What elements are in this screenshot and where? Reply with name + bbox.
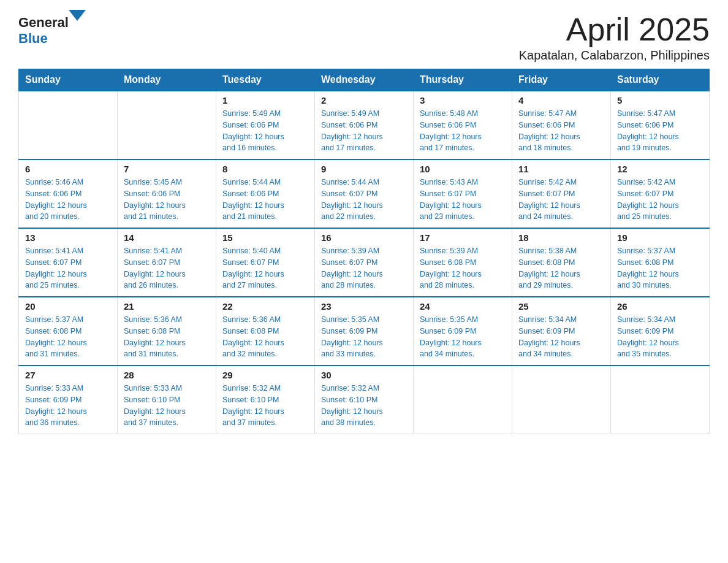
calendar-cell: 18Sunrise: 5:38 AM Sunset: 6:08 PM Dayli… [512, 228, 611, 297]
day-info: Sunrise: 5:36 AM Sunset: 6:08 PM Dayligh… [124, 314, 210, 360]
day-header-saturday: Saturday [611, 69, 710, 91]
calendar-cell [611, 366, 710, 434]
week-row-4: 20Sunrise: 5:37 AM Sunset: 6:08 PM Dayli… [19, 297, 710, 366]
day-number: 1 [222, 95, 308, 105]
day-info: Sunrise: 5:49 AM Sunset: 6:06 PM Dayligh… [321, 108, 407, 154]
day-info: Sunrise: 5:42 AM Sunset: 6:07 PM Dayligh… [518, 177, 604, 223]
day-number: 18 [518, 232, 604, 243]
calendar-cell: 27Sunrise: 5:33 AM Sunset: 6:09 PM Dayli… [19, 366, 118, 434]
day-header-monday: Monday [118, 69, 216, 91]
calendar-cell: 5Sunrise: 5:47 AM Sunset: 6:06 PM Daylig… [611, 91, 710, 159]
day-number: 24 [420, 301, 506, 312]
calendar-cell: 10Sunrise: 5:43 AM Sunset: 6:07 PM Dayli… [414, 159, 512, 228]
day-info: Sunrise: 5:47 AM Sunset: 6:06 PM Dayligh… [518, 108, 604, 154]
calendar-cell: 21Sunrise: 5:36 AM Sunset: 6:08 PM Dayli… [118, 297, 216, 366]
day-info: Sunrise: 5:33 AM Sunset: 6:10 PM Dayligh… [124, 383, 210, 429]
day-info: Sunrise: 5:48 AM Sunset: 6:06 PM Dayligh… [420, 108, 506, 154]
day-number: 4 [518, 95, 604, 105]
day-number: 9 [321, 164, 407, 174]
day-number: 23 [321, 301, 407, 312]
day-number: 26 [617, 301, 703, 312]
day-number: 13 [25, 232, 111, 243]
day-info: Sunrise: 5:40 AM Sunset: 6:07 PM Dayligh… [222, 245, 308, 291]
day-info: Sunrise: 5:39 AM Sunset: 6:07 PM Dayligh… [321, 245, 407, 291]
day-info: Sunrise: 5:47 AM Sunset: 6:06 PM Dayligh… [617, 108, 703, 154]
calendar-cell [512, 366, 611, 434]
calendar-cell: 17Sunrise: 5:39 AM Sunset: 6:08 PM Dayli… [414, 228, 512, 297]
title-block: April 2025 Kapatalan, Calabarzon, Philip… [519, 12, 710, 63]
calendar-cell: 22Sunrise: 5:36 AM Sunset: 6:08 PM Dayli… [216, 297, 315, 366]
calendar-cell: 3Sunrise: 5:48 AM Sunset: 6:06 PM Daylig… [414, 91, 512, 159]
day-info: Sunrise: 5:34 AM Sunset: 6:09 PM Dayligh… [617, 314, 703, 360]
day-header-sunday: Sunday [19, 69, 118, 91]
day-number: 3 [420, 95, 506, 105]
day-number: 11 [518, 164, 604, 174]
day-number: 7 [124, 164, 210, 174]
day-number: 21 [124, 301, 210, 312]
calendar-cell: 1Sunrise: 5:49 AM Sunset: 6:06 PM Daylig… [216, 91, 315, 159]
logo-blue: Blue [18, 31, 48, 46]
week-row-3: 13Sunrise: 5:41 AM Sunset: 6:07 PM Dayli… [19, 228, 710, 297]
calendar-cell: 8Sunrise: 5:44 AM Sunset: 6:06 PM Daylig… [216, 159, 315, 228]
day-info: Sunrise: 5:37 AM Sunset: 6:08 PM Dayligh… [25, 314, 111, 360]
day-info: Sunrise: 5:37 AM Sunset: 6:08 PM Dayligh… [617, 245, 703, 291]
day-info: Sunrise: 5:49 AM Sunset: 6:06 PM Dayligh… [222, 108, 308, 154]
day-header-tuesday: Tuesday [216, 69, 315, 91]
day-info: Sunrise: 5:34 AM Sunset: 6:09 PM Dayligh… [518, 314, 604, 360]
day-number: 17 [420, 232, 506, 243]
calendar-cell: 13Sunrise: 5:41 AM Sunset: 6:07 PM Dayli… [19, 228, 118, 297]
calendar-cell: 11Sunrise: 5:42 AM Sunset: 6:07 PM Dayli… [512, 159, 611, 228]
location-subtitle: Kapatalan, Calabarzon, Philippines [519, 48, 710, 63]
day-number: 27 [25, 370, 111, 380]
logo-text: General Blue [18, 12, 86, 47]
day-number: 20 [25, 301, 111, 312]
day-info: Sunrise: 5:33 AM Sunset: 6:09 PM Dayligh… [25, 383, 111, 429]
day-number: 14 [124, 232, 210, 243]
day-number: 16 [321, 232, 407, 243]
day-info: Sunrise: 5:32 AM Sunset: 6:10 PM Dayligh… [321, 383, 407, 429]
calendar-cell: 14Sunrise: 5:41 AM Sunset: 6:07 PM Dayli… [118, 228, 216, 297]
day-info: Sunrise: 5:45 AM Sunset: 6:06 PM Dayligh… [124, 177, 210, 223]
day-number: 22 [222, 301, 308, 312]
header-row: SundayMondayTuesdayWednesdayThursdayFrid… [19, 69, 710, 91]
calendar-cell: 20Sunrise: 5:37 AM Sunset: 6:08 PM Dayli… [19, 297, 118, 366]
day-number: 19 [617, 232, 703, 243]
calendar-cell: 6Sunrise: 5:46 AM Sunset: 6:06 PM Daylig… [19, 159, 118, 228]
logo-general: General [18, 15, 69, 30]
calendar-cell: 16Sunrise: 5:39 AM Sunset: 6:07 PM Dayli… [315, 228, 414, 297]
calendar-cell: 7Sunrise: 5:45 AM Sunset: 6:06 PM Daylig… [118, 159, 216, 228]
calendar-cell: 19Sunrise: 5:37 AM Sunset: 6:08 PM Dayli… [611, 228, 710, 297]
calendar-cell: 24Sunrise: 5:35 AM Sunset: 6:09 PM Dayli… [414, 297, 512, 366]
day-header-friday: Friday [512, 69, 611, 91]
calendar-cell: 4Sunrise: 5:47 AM Sunset: 6:06 PM Daylig… [512, 91, 611, 159]
calendar-cell: 15Sunrise: 5:40 AM Sunset: 6:07 PM Dayli… [216, 228, 315, 297]
calendar-cell [19, 91, 118, 159]
week-row-1: 1Sunrise: 5:49 AM Sunset: 6:06 PM Daylig… [19, 91, 710, 159]
calendar-cell [414, 366, 512, 434]
day-info: Sunrise: 5:43 AM Sunset: 6:07 PM Dayligh… [420, 177, 506, 223]
day-info: Sunrise: 5:41 AM Sunset: 6:07 PM Dayligh… [25, 245, 111, 291]
svg-marker-0 [69, 10, 86, 21]
day-number: 6 [25, 164, 111, 174]
day-header-thursday: Thursday [414, 69, 512, 91]
day-info: Sunrise: 5:44 AM Sunset: 6:07 PM Dayligh… [321, 177, 407, 223]
calendar-cell: 9Sunrise: 5:44 AM Sunset: 6:07 PM Daylig… [315, 159, 414, 228]
calendar-cell: 23Sunrise: 5:35 AM Sunset: 6:09 PM Dayli… [315, 297, 414, 366]
calendar-cell: 2Sunrise: 5:49 AM Sunset: 6:06 PM Daylig… [315, 91, 414, 159]
day-number: 5 [617, 95, 703, 105]
day-number: 8 [222, 164, 308, 174]
logo-icon [69, 10, 86, 27]
day-number: 10 [420, 164, 506, 174]
day-number: 28 [124, 370, 210, 380]
day-info: Sunrise: 5:44 AM Sunset: 6:06 PM Dayligh… [222, 177, 308, 223]
day-number: 30 [321, 370, 407, 380]
page-header: General Blue April 2025 Kapatalan, Calab… [18, 12, 710, 63]
day-number: 15 [222, 232, 308, 243]
day-info: Sunrise: 5:46 AM Sunset: 6:06 PM Dayligh… [25, 177, 111, 223]
calendar-cell: 29Sunrise: 5:32 AM Sunset: 6:10 PM Dayli… [216, 366, 315, 434]
calendar-cell: 26Sunrise: 5:34 AM Sunset: 6:09 PM Dayli… [611, 297, 710, 366]
calendar-cell: 25Sunrise: 5:34 AM Sunset: 6:09 PM Dayli… [512, 297, 611, 366]
day-number: 2 [321, 95, 407, 105]
day-info: Sunrise: 5:35 AM Sunset: 6:09 PM Dayligh… [420, 314, 506, 360]
week-row-5: 27Sunrise: 5:33 AM Sunset: 6:09 PM Dayli… [19, 366, 710, 434]
